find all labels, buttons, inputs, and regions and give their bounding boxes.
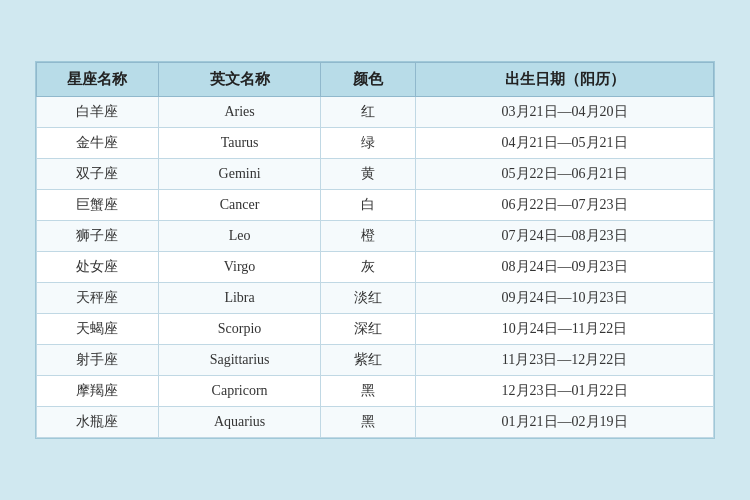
cell-color: 橙: [321, 221, 416, 252]
zodiac-table: 星座名称 英文名称 颜色 出生日期（阳历） 白羊座Aries红03月21日—04…: [36, 62, 714, 438]
cell-cn: 处女座: [37, 252, 159, 283]
cell-date: 06月22日—07月23日: [416, 190, 714, 221]
cell-en: Aquarius: [158, 407, 320, 438]
table-row: 双子座Gemini黄05月22日—06月21日: [37, 159, 714, 190]
cell-cn: 巨蟹座: [37, 190, 159, 221]
cell-en: Libra: [158, 283, 320, 314]
cell-en: Cancer: [158, 190, 320, 221]
cell-en: Gemini: [158, 159, 320, 190]
cell-cn: 双子座: [37, 159, 159, 190]
cell-en: Sagittarius: [158, 345, 320, 376]
cell-cn: 水瓶座: [37, 407, 159, 438]
zodiac-table-container: 星座名称 英文名称 颜色 出生日期（阳历） 白羊座Aries红03月21日—04…: [35, 61, 715, 439]
cell-cn: 金牛座: [37, 128, 159, 159]
table-row: 白羊座Aries红03月21日—04月20日: [37, 97, 714, 128]
cell-en: Leo: [158, 221, 320, 252]
cell-color: 紫红: [321, 345, 416, 376]
cell-en: Capricorn: [158, 376, 320, 407]
cell-date: 08月24日—09月23日: [416, 252, 714, 283]
cell-color: 淡红: [321, 283, 416, 314]
cell-color: 白: [321, 190, 416, 221]
cell-date: 01月21日—02月19日: [416, 407, 714, 438]
cell-cn: 天蝎座: [37, 314, 159, 345]
cell-color: 灰: [321, 252, 416, 283]
header-color: 颜色: [321, 63, 416, 97]
cell-cn: 天秤座: [37, 283, 159, 314]
header-cn: 星座名称: [37, 63, 159, 97]
cell-en: Taurus: [158, 128, 320, 159]
cell-date: 05月22日—06月21日: [416, 159, 714, 190]
cell-date: 09月24日—10月23日: [416, 283, 714, 314]
cell-color: 绿: [321, 128, 416, 159]
cell-cn: 摩羯座: [37, 376, 159, 407]
table-header-row: 星座名称 英文名称 颜色 出生日期（阳历）: [37, 63, 714, 97]
cell-color: 红: [321, 97, 416, 128]
cell-en: Aries: [158, 97, 320, 128]
table-row: 狮子座Leo橙07月24日—08月23日: [37, 221, 714, 252]
cell-color: 黄: [321, 159, 416, 190]
cell-color: 黑: [321, 407, 416, 438]
table-row: 处女座Virgo灰08月24日—09月23日: [37, 252, 714, 283]
cell-color: 黑: [321, 376, 416, 407]
cell-date: 03月21日—04月20日: [416, 97, 714, 128]
cell-cn: 狮子座: [37, 221, 159, 252]
table-row: 金牛座Taurus绿04月21日—05月21日: [37, 128, 714, 159]
table-row: 水瓶座Aquarius黑01月21日—02月19日: [37, 407, 714, 438]
cell-date: 04月21日—05月21日: [416, 128, 714, 159]
table-row: 巨蟹座Cancer白06月22日—07月23日: [37, 190, 714, 221]
table-row: 摩羯座Capricorn黑12月23日—01月22日: [37, 376, 714, 407]
cell-date: 11月23日—12月22日: [416, 345, 714, 376]
cell-date: 07月24日—08月23日: [416, 221, 714, 252]
header-date: 出生日期（阳历）: [416, 63, 714, 97]
cell-date: 12月23日—01月22日: [416, 376, 714, 407]
cell-en: Scorpio: [158, 314, 320, 345]
cell-cn: 白羊座: [37, 97, 159, 128]
header-en: 英文名称: [158, 63, 320, 97]
table-body: 白羊座Aries红03月21日—04月20日金牛座Taurus绿04月21日—0…: [37, 97, 714, 438]
table-row: 天蝎座Scorpio深红10月24日—11月22日: [37, 314, 714, 345]
table-row: 天秤座Libra淡红09月24日—10月23日: [37, 283, 714, 314]
table-row: 射手座Sagittarius紫红11月23日—12月22日: [37, 345, 714, 376]
cell-color: 深红: [321, 314, 416, 345]
cell-cn: 射手座: [37, 345, 159, 376]
cell-date: 10月24日—11月22日: [416, 314, 714, 345]
cell-en: Virgo: [158, 252, 320, 283]
